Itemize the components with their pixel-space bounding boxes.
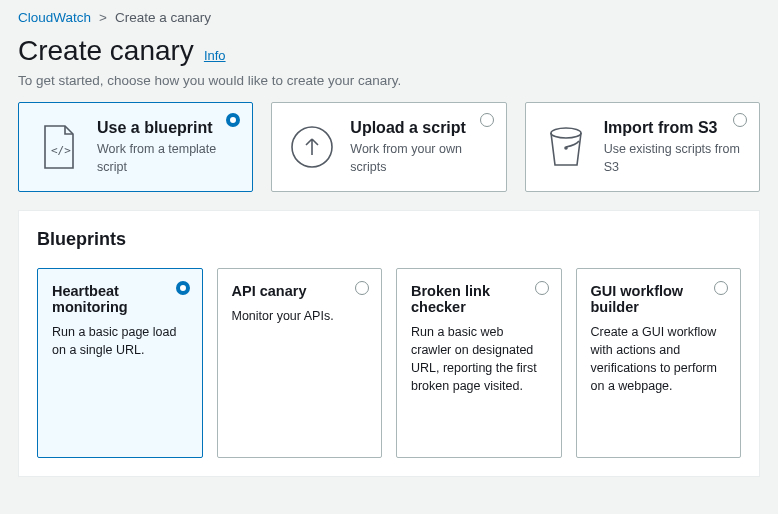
creation-method-group: </> Use a blueprint Work from a template… [0, 102, 778, 210]
blueprint-card-broken-link[interactable]: Broken link checker Run a basic web craw… [396, 268, 562, 458]
info-link[interactable]: Info [204, 48, 226, 63]
blueprint-card-api[interactable]: API canary Monitor your APIs. [217, 268, 383, 458]
method-desc: Work from your own scripts [350, 142, 462, 174]
method-title: Use a blueprint [97, 119, 236, 137]
page-header: Create canary Info [0, 31, 778, 71]
radio-indicator [480, 113, 494, 127]
method-title: Import from S3 [604, 119, 743, 137]
svg-point-2 [551, 128, 581, 138]
blueprint-file-icon: </> [37, 125, 81, 169]
svg-point-3 [564, 146, 568, 150]
svg-text:</>: </> [51, 144, 71, 157]
radio-indicator [355, 281, 369, 295]
page-title: Create canary [18, 35, 194, 67]
page-subtitle: To get started, choose how you would lik… [0, 71, 778, 102]
blueprints-grid: Heartbeat monitoring Run a basic page lo… [19, 268, 759, 476]
bucket-icon [544, 125, 588, 169]
blueprints-section: Blueprints Heartbeat monitoring Run a ba… [18, 210, 760, 477]
radio-indicator [733, 113, 747, 127]
radio-indicator [176, 281, 190, 295]
blueprint-title: Heartbeat monitoring [52, 283, 188, 315]
radio-indicator [714, 281, 728, 295]
breadcrumb: CloudWatch > Create a canary [0, 0, 778, 31]
radio-indicator [226, 113, 240, 127]
method-card-upload[interactable]: Upload a script Work from your own scrip… [271, 102, 506, 192]
blueprint-desc: Run a basic page load on a single URL. [52, 323, 188, 359]
chevron-right-icon: > [99, 10, 107, 25]
method-desc: Work from a template script [97, 142, 216, 174]
blueprint-title: GUI workflow builder [591, 283, 727, 315]
breadcrumb-current: Create a canary [115, 10, 211, 25]
method-title: Upload a script [350, 119, 489, 137]
breadcrumb-root-link[interactable]: CloudWatch [18, 10, 91, 25]
blueprint-title: API canary [232, 283, 368, 299]
upload-arrow-icon [290, 125, 334, 169]
method-desc: Use existing scripts from S3 [604, 142, 740, 174]
blueprints-title: Blueprints [37, 229, 741, 250]
blueprint-desc: Create a GUI workflow with actions and v… [591, 323, 727, 396]
blueprint-card-gui-workflow[interactable]: GUI workflow builder Create a GUI workfl… [576, 268, 742, 458]
method-card-blueprint[interactable]: </> Use a blueprint Work from a template… [18, 102, 253, 192]
blueprint-desc: Run a basic web crawler on designated UR… [411, 323, 547, 396]
method-card-s3[interactable]: Import from S3 Use existing scripts from… [525, 102, 760, 192]
radio-indicator [535, 281, 549, 295]
blueprint-title: Broken link checker [411, 283, 547, 315]
blueprint-desc: Monitor your APIs. [232, 307, 368, 325]
blueprint-card-heartbeat[interactable]: Heartbeat monitoring Run a basic page lo… [37, 268, 203, 458]
